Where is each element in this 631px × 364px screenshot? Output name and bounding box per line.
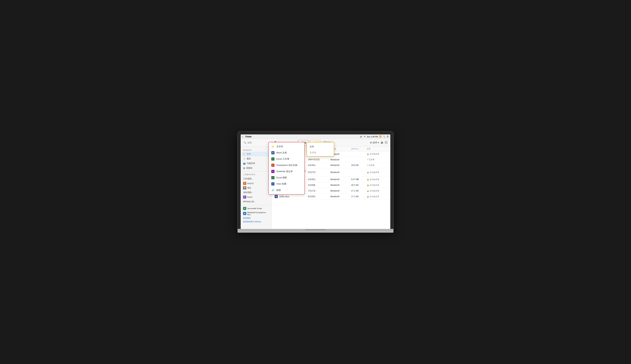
upload-menu-item-file[interactable]: 文件 — [307, 144, 334, 150]
sidebar-item-recycle[interactable]: 🗑 回收站 — [241, 166, 272, 170]
recent-icon: 🕐 — [243, 158, 246, 160]
ppt-menu-icon: P — [271, 164, 275, 167]
test110-icon: T — [243, 182, 246, 185]
upload-menu-item-folder[interactable]: 文件夹 — [307, 150, 334, 155]
lock-icon: 🔒 — [367, 196, 369, 198]
grid-view-icon[interactable]: ⊞ — [381, 141, 383, 144]
lock-icon: 🔒 — [367, 153, 369, 155]
app-window: 🔍 搜索 + 新建 ↑ 上传 🔄 同步 ⚙ — [241, 139, 390, 229]
onenote-menu-icon: N — [271, 170, 275, 173]
wifi-icon: 📶 — [379, 136, 382, 138]
more-sites-link[interactable]: 更多网站 — [241, 216, 272, 220]
menu-icon[interactable]: ☰ — [387, 136, 389, 138]
sidebar-item-recent[interactable]: 🕐 最近 — [241, 156, 272, 161]
sidebar-item-eportal[interactable]: ePortal上传... — [241, 199, 272, 204]
onedrive-link[interactable]: 返回到经典 OneDrive — [241, 220, 272, 224]
new-menu-item-word[interactable]: W Word 文档 — [269, 150, 304, 156]
toolbar-right: ⚙ 排序 ▾ ⊞ ⓘ — [370, 141, 388, 144]
sidebar-item-shared[interactable]: 👥 与我共享 — [241, 161, 272, 166]
link-menu-icon: 🔗 — [271, 188, 275, 192]
folder-menu-icon: 📁 — [271, 145, 275, 148]
sidebar-brand: Medalsoft — [241, 148, 272, 152]
sidebar-item-test[interactable]: 测 测试 — [241, 186, 272, 190]
sidebar-item-medalsoft-gz[interactable]: M Medalsoft Guangzhou Bra... — [241, 211, 272, 216]
new-menu-dropdown[interactable]: 📁 文件夹 W Word 文档 X — [268, 142, 305, 195]
new-menu-item-excel[interactable]: X Excel 工作簿 — [269, 156, 304, 162]
search-label: 搜索 — [247, 141, 252, 144]
new-menu-item-folder[interactable]: 📁 文件夹 — [269, 144, 304, 150]
lock-icon: 🔒 — [367, 184, 369, 186]
sidebar-item-serviceme[interactable]: S ServiceMe Portal — [241, 206, 272, 211]
search-icon: 🔍 — [243, 141, 246, 144]
bluetooth-icon: ✦ — [364, 136, 365, 138]
lock-icon: 🔒 — [367, 178, 369, 180]
menubar-app-name: Finder — [245, 136, 252, 138]
new-menu-item-visio[interactable]: V Visio 绘图 — [269, 181, 304, 187]
new-menu-item-link[interactable]: 🔗 链接 — [269, 187, 304, 193]
sidebar-item-biz[interactable]: 业务流程... — [241, 190, 272, 195]
col-shared: 共享 — [367, 148, 388, 150]
search-area[interactable]: 🔍 搜索 — [243, 141, 252, 144]
laptop:  Finder 🔊 ✦ Sun 1:44 PM 📶 🔍 ☰ 🔍 — [238, 131, 393, 233]
volume-icon: 🔊 — [360, 136, 363, 138]
sort-chevron-icon: ▾ — [378, 141, 379, 144]
shared-icon: 👥 — [243, 162, 246, 165]
menubar:  Finder 🔊 ✦ Sun 1:44 PM 📶 🔍 ☰ — [241, 134, 390, 139]
screen:  Finder 🔊 ✦ Sun 1:44 PM 📶 🔍 ☰ 🔍 — [241, 134, 390, 229]
laptop-notch — [305, 229, 326, 230]
new-menu-item-onenote[interactable]: N OneNote 笔记本 — [269, 168, 304, 174]
sidebar-item-test110[interactable]: T test110 — [241, 181, 272, 186]
lock-icon: 🔒 — [367, 171, 369, 174]
excel-survey-menu-icon: X — [271, 176, 275, 180]
search-icon[interactable]: 🔍 — [383, 136, 386, 138]
sort-button[interactable]: ⚙ 排序 ▾ — [370, 141, 379, 144]
apple-logo-icon:  — [242, 135, 243, 138]
sort-icon: ⚙ — [370, 141, 372, 144]
laptop-foot — [238, 229, 393, 230]
word-menu-icon: W — [271, 151, 275, 154]
share-icon: ↗ — [367, 158, 368, 161]
info-icon[interactable]: ⓘ — [385, 141, 388, 144]
serviceme-icon: S — [243, 207, 246, 210]
test11-icon: T — [243, 196, 246, 198]
excel-menu-icon: X — [271, 157, 275, 161]
new-menu-arrow — [274, 141, 277, 142]
new-menu-item-excel-survey[interactable]: X Excel 调查 — [269, 174, 304, 181]
sidebar-item-files[interactable]: 📁 文件 — [242, 152, 271, 156]
sidebar-section-org: 上海微钉科技有... — [241, 173, 272, 176]
upload-menu-dropdown[interactable]: 文件 文件夹 — [306, 142, 334, 156]
word-icon: W — [275, 195, 278, 198]
screen-bezel:  Finder 🔊 ✦ Sun 1:44 PM 📶 🔍 ☰ 🔍 — [238, 131, 393, 229]
col-size: 文件大小 — [351, 148, 367, 150]
menubar-time: Sun 1:44 PM — [367, 136, 378, 138]
files-icon: 📁 — [243, 153, 246, 155]
visio-menu-icon: V — [271, 182, 275, 186]
share-icon: ↗ — [367, 164, 368, 166]
sidebar-divider-2 — [243, 205, 269, 205]
recycle-icon: 🗑 — [243, 167, 245, 169]
sidebar: Medalsoft 📁 文件 🕐 最近 👥 与我共享 — [241, 146, 272, 229]
laptop-base — [238, 229, 393, 233]
new-menu-item-ppt[interactable]: P Powerpoint 演示文稿 — [269, 162, 304, 168]
sidebar-item-workflow[interactable]: 工作流程... — [241, 176, 272, 181]
test-icon: 测 — [243, 186, 246, 190]
content-area: Medalsoft 📁 文件 🕐 最近 👥 与我共享 — [241, 146, 390, 229]
menubar-left:  Finder — [242, 135, 252, 138]
lock-icon: 🔒 — [367, 190, 369, 192]
sidebar-item-test11[interactable]: T test11 — [241, 195, 272, 199]
medalsoft-gz-icon: M — [243, 212, 246, 215]
menubar-right: 🔊 ✦ Sun 1:44 PM 📶 🔍 ☰ — [360, 136, 389, 138]
